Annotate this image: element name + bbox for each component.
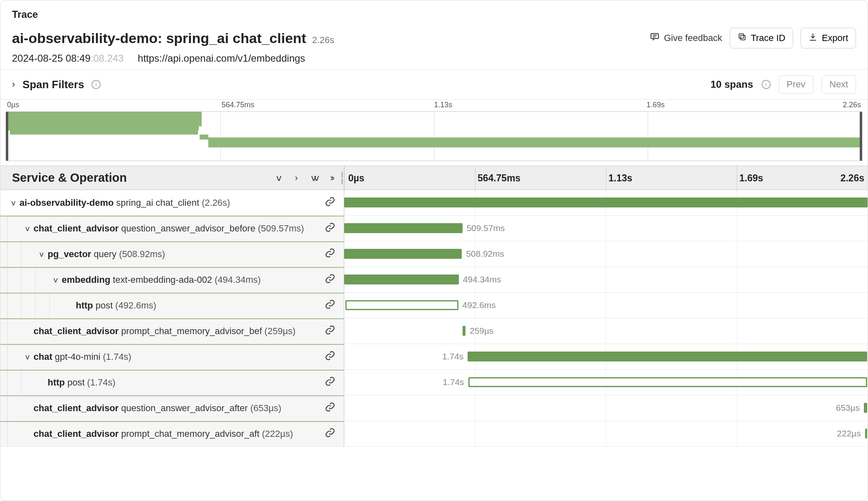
export-label: Export: [822, 33, 848, 43]
expand-one-icon[interactable]: ›: [295, 173, 298, 183]
span-name: question_answer_advisor_after: [121, 403, 251, 413]
span-row-left[interactable]: chat_client_advisor prompt_chat_memory_a…: [0, 318, 344, 344]
minimap-tick: 0µs: [7, 101, 19, 109]
span-row-left[interactable]: chat_client_advisor question_answer_advi…: [0, 395, 344, 421]
minimap-left-handle[interactable]: [6, 112, 8, 161]
span-operation: chat_client_advisor question_answer_advi…: [34, 403, 281, 414]
span-row[interactable]: http post (492.6ms)492.6ms: [0, 293, 868, 318]
span-bar[interactable]: [344, 249, 462, 259]
span-row[interactable]: http post (1.74s)1.74s: [0, 370, 868, 395]
link-icon[interactable]: [325, 325, 335, 338]
span-service: http: [48, 377, 68, 388]
span-duration-text: (508.92ms): [119, 249, 165, 259]
collapse-one-icon[interactable]: ⅴ: [276, 173, 282, 183]
trace-title: ai-observability-demo: spring_ai chat_cl…: [12, 30, 306, 46]
timestamp-millis: :08.243: [91, 53, 124, 64]
span-bar[interactable]: [468, 377, 867, 387]
span-operation: http post (1.74s): [48, 377, 116, 388]
span-row-timeline: 509.57ms: [344, 216, 868, 241]
give-feedback-link[interactable]: Give feedback: [650, 32, 722, 44]
link-icon[interactable]: [325, 427, 335, 441]
span-row[interactable]: ⅴai-observability-demo spring_ai chat_cl…: [0, 190, 868, 216]
expand-all-icon[interactable]: ››: [330, 173, 333, 183]
span-row-left[interactable]: ⅴai-observability-demo spring_ai chat_cl…: [0, 190, 344, 215]
span-filters-expand-icon[interactable]: ›: [12, 79, 15, 90]
timeline-header: 0µs 564.75ms 1.13s 1.69s 2.26s: [344, 166, 868, 190]
timeline-tick: 1.13s: [608, 172, 632, 183]
caret-icon[interactable]: ⅴ: [35, 250, 48, 259]
page-title: Trace: [12, 9, 856, 20]
minimap-right-handle[interactable]: [860, 112, 862, 161]
span-service: chat_client_advisor: [34, 403, 121, 413]
link-icon[interactable]: [325, 248, 335, 261]
span-row-timeline: 653µs: [344, 395, 868, 421]
next-span-button[interactable]: Next: [822, 75, 856, 94]
collapse-all-icon[interactable]: ⅴⅴ: [311, 173, 317, 183]
span-row-left[interactable]: ⅴpg_vector query (508.92ms): [0, 241, 344, 267]
link-icon[interactable]: [325, 273, 335, 287]
trace-id-button[interactable]: Trace ID: [730, 28, 793, 48]
info-icon[interactable]: i: [762, 80, 771, 89]
span-row-left[interactable]: ⅴchat_client_advisor question_answer_adv…: [0, 216, 344, 241]
minimap-ticks: 0µs 564.75ms 1.13s 1.69s 2.26s: [0, 100, 868, 111]
span-row-timeline: 492.6ms: [344, 293, 868, 318]
span-operation: chat_client_advisor prompt_chat_memory_a…: [34, 326, 296, 337]
span-row[interactable]: chat_client_advisor prompt_chat_memory_a…: [0, 318, 868, 344]
span-operation: embedding text-embedding-ada-002 (494.34…: [62, 275, 261, 285]
export-icon: [808, 32, 817, 44]
link-icon[interactable]: [325, 299, 335, 312]
span-operation: pg_vector query (508.92ms): [48, 249, 165, 260]
span-operation: chat gpt-4o-mini (1.74s): [34, 352, 131, 362]
link-icon[interactable]: [325, 376, 335, 389]
span-row[interactable]: ⅴchat gpt-4o-mini (1.74s)1.74s: [0, 344, 868, 370]
span-row-timeline: 1.74s: [344, 370, 868, 395]
span-row-timeline: 259µs: [344, 318, 868, 344]
span-service: embedding: [62, 275, 113, 285]
link-icon[interactable]: [325, 402, 335, 415]
span-row[interactable]: ⅴpg_vector query (508.92ms)508.92ms: [0, 241, 868, 267]
export-button[interactable]: Export: [800, 28, 856, 48]
info-icon[interactable]: i: [92, 80, 101, 89]
span-row-left[interactable]: http post (492.6ms): [0, 293, 344, 318]
span-bar[interactable]: [463, 326, 466, 336]
span-row-left[interactable]: ⅴchat gpt-4o-mini (1.74s): [0, 344, 344, 369]
span-row[interactable]: chat_client_advisor prompt_chat_memory_a…: [0, 421, 868, 447]
span-row-left[interactable]: http post (1.74s): [0, 370, 344, 395]
span-bar[interactable]: [344, 223, 463, 233]
span-row[interactable]: chat_client_advisor question_answer_advi…: [0, 395, 868, 421]
span-bar[interactable]: [345, 300, 458, 310]
caret-icon[interactable]: ⅴ: [21, 224, 34, 233]
span-duration-text: (2.26s): [202, 198, 230, 208]
span-bar[interactable]: [864, 403, 867, 413]
span-row-timeline: [344, 190, 868, 215]
caret-icon[interactable]: ⅴ: [49, 275, 62, 284]
span-bar[interactable]: [344, 275, 459, 284]
span-service: chat_client_advisor: [34, 326, 121, 336]
prev-span-button[interactable]: Prev: [779, 75, 813, 94]
caret-icon[interactable]: ⅴ: [7, 198, 19, 207]
caret-icon[interactable]: ⅴ: [21, 352, 34, 361]
span-row-timeline: 222µs: [344, 421, 868, 446]
minimap[interactable]: 0µs 564.75ms 1.13s 1.69s 2.26s: [0, 100, 868, 166]
span-duration-text: (653µs): [250, 403, 281, 413]
link-icon[interactable]: [325, 196, 335, 210]
span-count: 10 spans: [711, 79, 753, 90]
span-row-left[interactable]: ⅴembedding text-embedding-ada-002 (494.3…: [0, 267, 344, 292]
span-operation: http post (492.6ms): [76, 300, 156, 311]
span-bar[interactable]: [865, 429, 867, 438]
span-name: text-embedding-ada-002: [113, 275, 215, 285]
span-bar-duration-label: 259µs: [470, 326, 494, 336]
span-row[interactable]: ⅴchat_client_advisor question_answer_adv…: [0, 216, 868, 241]
minimap-tick: 1.69s: [646, 101, 665, 109]
span-row-left[interactable]: chat_client_advisor prompt_chat_memory_a…: [0, 421, 344, 446]
link-icon[interactable]: [325, 222, 335, 235]
span-bar[interactable]: [468, 352, 867, 361]
span-duration-text: (1.74s): [103, 352, 131, 362]
link-icon[interactable]: [325, 350, 335, 364]
span-filters-row: › Span Filters i 10 spans i Prev Next: [0, 70, 868, 100]
give-feedback-label: Give feedback: [664, 33, 722, 43]
minimap-tick: 1.13s: [434, 101, 452, 109]
span-bar[interactable]: [344, 198, 868, 207]
span-row-timeline: 508.92ms: [344, 241, 868, 267]
span-row[interactable]: ⅴembedding text-embedding-ada-002 (494.3…: [0, 267, 868, 293]
